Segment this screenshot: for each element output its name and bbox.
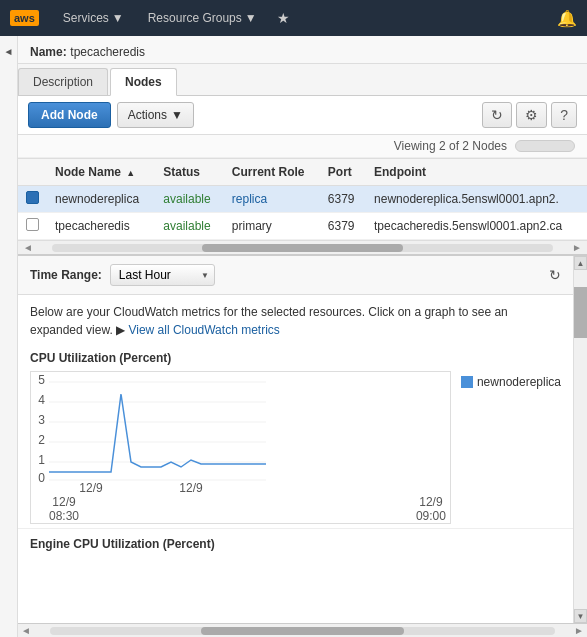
sidebar-toggle[interactable]: ◄ [0,36,18,637]
x-label-1: 12/9 08:30 [49,495,79,523]
aws-logo-text: aws [10,10,39,26]
row-status-1: available [155,186,224,213]
actions-button[interactable]: Actions ▼ [117,102,194,128]
table-row[interactable]: tpecacheredis available primary 6379 tpe… [18,213,587,240]
svg-text:0: 0 [38,471,45,485]
table-header-row: Node Name ▲ Status Current Role Port End… [18,159,587,186]
row-port-2: 6379 [320,213,366,240]
main-content: ◄ Name: tpecacheredis Description Nodes … [0,36,587,637]
svg-text:2: 2 [38,433,45,447]
row-node-name-2: tpecacheredis [47,213,155,240]
row-checkbox-2[interactable] [26,218,39,231]
metrics-arrow-icon: ▶ [116,323,125,337]
actions-caret: ▼ [171,108,183,122]
view-all-metrics-link[interactable]: View all CloudWatch metrics [128,323,279,337]
col-checkbox [18,159,47,186]
resource-groups-nav[interactable]: Resource Groups ▼ [140,7,265,29]
page-title: Name: tpecacheredis [30,44,145,59]
hscroll-thumb[interactable] [202,244,402,252]
content-panel: Name: tpecacheredis Description Nodes Ad… [18,36,587,637]
bottom-hscroll-track[interactable] [50,627,555,635]
svg-text:08:30: 08:30 [76,491,106,492]
col-status[interactable]: Status [155,159,224,186]
slider-track[interactable] [515,140,575,152]
sidebar-toggle-arrow: ◄ [4,46,14,57]
top-nav: aws Services ▼ Resource Groups ▼ ★ 🔔 [0,0,587,36]
svg-text:09:00: 09:00 [176,491,206,492]
hscroll-track[interactable] [52,244,553,252]
col-current-role[interactable]: Current Role [224,159,320,186]
row-checkbox-cell[interactable] [18,186,47,213]
chart-wrapper: 5 4 3 2 1 0 [30,371,561,524]
col-port[interactable]: Port [320,159,366,186]
metrics-refresh-button[interactable]: ↻ [549,267,561,283]
scrollbar-up-button[interactable]: ▲ [574,256,587,270]
svg-text:5: 5 [38,373,45,387]
hscroll-left-arrow[interactable]: ◄ [20,242,36,253]
table-row[interactable]: newnodereplica available replica 6379 ne… [18,186,587,213]
tab-nodes[interactable]: Nodes [110,68,177,96]
time-range-select[interactable]: Last Hour Last 3 Hours Last 6 Hours Last… [110,264,215,286]
resource-groups-caret: ▼ [245,11,257,25]
viewing-bar: Viewing 2 of 2 Nodes [18,135,587,158]
time-range-select-wrapper[interactable]: Last Hour Last 3 Hours Last 6 Hours Last… [110,264,215,286]
legend-item-newnodereplica: newnodereplica [461,375,561,389]
bottom-hscroll-left[interactable]: ◄ [18,625,34,636]
table-area: Viewing 2 of 2 Nodes Node Name ▲ Status … [18,135,587,256]
col-node-name[interactable]: Node Name ▲ [47,159,155,186]
cpu-chart-container: CPU Utilization (Percent) 5 4 3 2 1 [18,343,573,528]
cpu-chart-title: CPU Utilization (Percent) [30,351,561,365]
aws-logo[interactable]: aws [10,10,39,26]
svg-text:1: 1 [38,453,45,467]
tab-description[interactable]: Description [18,68,108,95]
bell-icon[interactable]: 🔔 [557,9,577,28]
settings-button[interactable]: ⚙ [516,102,547,128]
hscroll-right-arrow[interactable]: ► [569,242,585,253]
chart-x-labels: 12/9 08:30 12/9 09:00 [31,495,450,523]
row-port-1: 6379 [320,186,366,213]
actions-label: Actions [128,108,167,122]
add-node-button[interactable]: Add Node [28,102,111,128]
bookmark-icon[interactable]: ★ [277,10,290,26]
toolbar-right: ↻ ⚙ ? [482,102,577,128]
x-label-2: 12/9 09:00 [416,495,446,523]
col-endpoint[interactable]: Endpoint [366,159,587,186]
row-endpoint-2: tpecacheredis.5enswl0001.apn2.ca [366,213,587,240]
services-caret: ▼ [112,11,124,25]
bottom-panel: Time Range: Last Hour Last 3 Hours Last … [18,256,573,623]
svg-text:4: 4 [38,393,45,407]
row-role-1: replica [224,186,320,213]
help-button[interactable]: ? [551,102,577,128]
chart-legend: newnodereplica [461,371,561,524]
page-title-prefix: Name: [30,45,67,59]
resource-groups-label: Resource Groups [148,11,242,25]
chart-svg[interactable]: 5 4 3 2 1 0 [30,371,451,524]
table-hscroll[interactable]: ◄ ► [18,240,587,254]
row-checkbox-cell-2[interactable] [18,213,47,240]
scrollbar-down-button[interactable]: ▼ [574,609,587,623]
page-header: Name: tpecacheredis [18,36,587,64]
bottom-hscroll[interactable]: ◄ ► [18,623,587,637]
engine-cpu-title: Engine CPU Utilization (Percent) [18,528,573,555]
bottom-hscroll-right[interactable]: ► [571,625,587,636]
services-nav[interactable]: Services ▼ [55,7,132,29]
svg-text:3: 3 [38,413,45,427]
right-scrollbar[interactable]: ▲ ▼ [573,256,587,623]
legend-color-icon [461,376,473,388]
refresh-button[interactable]: ↻ [482,102,512,128]
tabs-bar: Description Nodes [18,64,587,96]
row-status-2: available [155,213,224,240]
row-node-name-1: newnodereplica [47,186,155,213]
row-checkbox-1[interactable] [26,191,39,204]
row-endpoint-1: newnodereplica.5enswl0001.apn2. [366,186,587,213]
toolbar: Add Node Actions ▼ ↻ ⚙ ? [18,96,587,135]
metrics-description: Below are your CloudWatch metrics for th… [18,295,573,343]
viewing-text: Viewing 2 of 2 Nodes [394,139,507,153]
row-role-2: primary [224,213,320,240]
bottom-hscroll-thumb[interactable] [201,627,403,635]
page-title-value: tpecacheredis [70,45,145,59]
scrollbar-track[interactable] [574,270,587,609]
scrollbar-thumb[interactable] [574,287,587,338]
chart-area: 5 4 3 2 1 0 [30,371,451,524]
time-range-bar: Time Range: Last Hour Last 3 Hours Last … [18,256,573,295]
